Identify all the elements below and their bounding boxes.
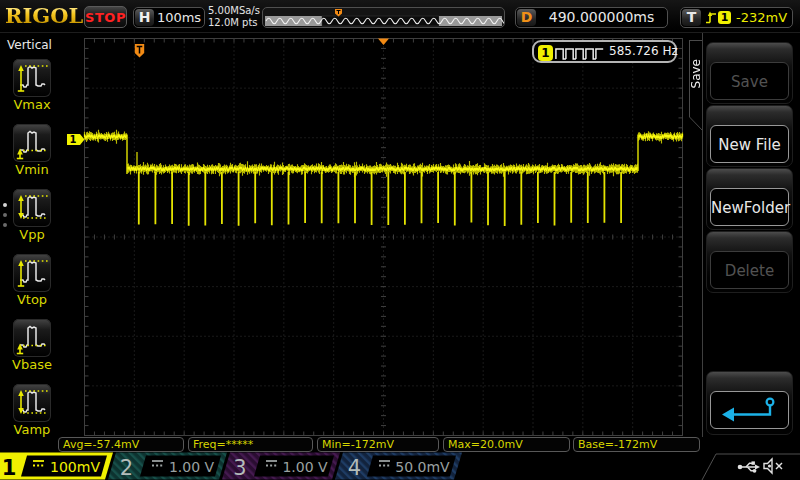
softkey-newfolder-button[interactable]: NewFolder (710, 188, 789, 226)
horizontal-delay-widget[interactable]: D 490.000000ms (515, 7, 668, 28)
left-menu-title: Vertical (7, 38, 52, 52)
return-arrow-icon (711, 392, 792, 430)
softkey-frame: Save (706, 42, 793, 104)
top-status-bar: RIGOL STOP H 100ms 5.00MSa/s 12.0M pts D… (0, 0, 800, 33)
measurement-item-5[interactable]: Base=-172mV (573, 437, 700, 452)
menu-scroll-dot (3, 223, 7, 227)
right-softkey-menu: Save SaveNew FileNewFolderDelete (686, 33, 800, 480)
channel-scale-value: 1.00 V (169, 459, 215, 475)
memory-waveform-preview (263, 8, 504, 27)
frequency-counter-channel-badge: 1 (538, 45, 553, 61)
oscilloscope-screen: RIGOL STOP H 100ms 5.00MSa/s 12.0M pts D… (0, 0, 800, 480)
sidebar-item-vpp[interactable]: Vpp (0, 228, 64, 241)
timebase-value: 100ms (154, 8, 204, 27)
trigger-position-marker[interactable] (135, 44, 144, 58)
vmin-icon (13, 124, 51, 162)
vmax-icon (13, 59, 51, 97)
softkey-new-file-button[interactable]: New File (710, 125, 789, 163)
memory-trigger-marker (335, 9, 342, 17)
vtop-icon (13, 254, 51, 292)
rising-edge-icon (705, 11, 717, 24)
softkey-frame: New File (706, 105, 793, 167)
softkey-delete-button[interactable]: Delete (710, 251, 789, 289)
menu-scroll-dot (3, 203, 7, 207)
horizontal-timebase-widget[interactable]: H 100ms (133, 7, 205, 28)
measurement-item-1[interactable]: Avg=-57.4mV (58, 437, 184, 452)
measurement-item-3[interactable]: Min=-172mV (317, 437, 439, 452)
ch1-level-marker[interactable]: 1 (67, 134, 85, 145)
channel-number: 2 (120, 456, 133, 480)
measurement-item-4[interactable]: Max=20.0mV (443, 437, 570, 452)
sidebar-item-vtop[interactable]: Vtop (0, 293, 64, 306)
frequency-counter-value: 585.726 Hz (609, 42, 673, 61)
delay-key-label: D (517, 9, 536, 26)
softkey-return-button[interactable] (710, 391, 789, 429)
measurement-item-2[interactable]: Freq=***** (188, 437, 313, 452)
memory-position-bar[interactable] (262, 7, 505, 28)
trigger-source-badge: 1 (718, 11, 731, 24)
trigger-key-label: T (682, 9, 701, 26)
run-state-badge[interactable]: STOP (84, 6, 127, 28)
svg-text:1: 1 (70, 134, 77, 145)
trigger-status-widget[interactable]: T 1 -232mV (680, 7, 793, 28)
menu-scroll-dot (3, 213, 7, 217)
speaker-muted-icon (764, 459, 782, 473)
channel-1-label[interactable]: 1100mV (0, 453, 113, 480)
sidebar-item-vbase[interactable]: Vbase (0, 358, 64, 371)
channel-3-label[interactable]: 31.00 V (222, 453, 340, 480)
horizontal-key-label: H (135, 9, 154, 26)
menu-separator (702, 33, 703, 437)
delay-value: 490.000000ms (536, 8, 667, 27)
sidebar-item-vamp[interactable]: Vamp (0, 423, 64, 436)
channel-number: 1 (2, 456, 17, 480)
menu-tab-title: Save (689, 59, 703, 88)
usb-icon (738, 461, 760, 472)
softkey-frame: Delete (706, 231, 793, 293)
channel-scale-value: 100mV (50, 459, 100, 475)
graticule (85, 39, 683, 436)
softkey-frame: NewFolder (706, 168, 793, 230)
pulse-train-icon (555, 46, 605, 60)
channel-scale-value: 1.00 V (282, 459, 328, 475)
window-center-marker (378, 39, 389, 46)
softkey-save-button[interactable]: Save (710, 62, 789, 100)
frequency-counter: 1 585.726 Hz (532, 40, 677, 63)
softkey-frame (706, 371, 793, 435)
vbase-icon (13, 319, 51, 357)
channel-2-label[interactable]: 21.00 V (108, 453, 227, 480)
sample-rate: 5.00MSa/s (208, 5, 260, 17)
channel-number: 3 (233, 456, 246, 480)
trigger-level-value: -232mV (736, 8, 794, 27)
left-measure-menu: Vertical VmaxVminVppVtopVbaseVamp (0, 33, 60, 480)
sidebar-item-vmin[interactable]: Vmin (0, 163, 64, 176)
brand-logo: RIGOL (5, 3, 83, 28)
acquisition-info: 5.00MSa/s 12.0M pts (208, 5, 260, 28)
memory-depth: 12.0M pts (208, 17, 260, 29)
sidebar-item-vmax[interactable]: Vmax (0, 98, 64, 111)
vpp-icon (13, 189, 51, 227)
vamp-icon (13, 384, 51, 422)
channel-scale-value: 50.0mV (395, 459, 450, 475)
channel-4-label[interactable]: 450.0mV (335, 453, 462, 480)
channel-number: 4 (348, 456, 361, 480)
waveform-display: 1 (60, 33, 706, 445)
channel-status-bar: 1100mV21.00 V31.00 V450.0mV (0, 452, 800, 480)
